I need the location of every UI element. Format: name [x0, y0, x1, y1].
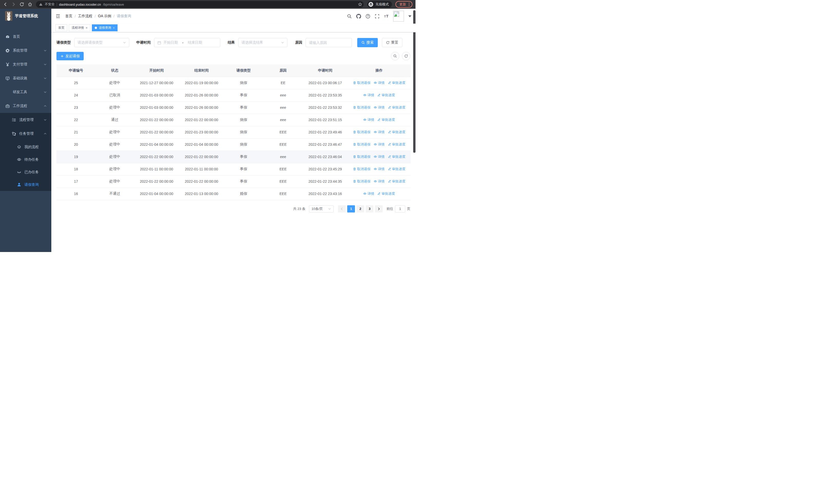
action-detail[interactable]: 详情	[374, 142, 385, 147]
action-approval-progress[interactable]: 审批进度	[377, 93, 395, 97]
eye-icon	[363, 192, 367, 195]
action-approval-progress[interactable]: 审批进度	[377, 191, 395, 196]
sidebar-item-todo-tasks[interactable]: 待办任务	[0, 153, 51, 166]
action-detail[interactable]: 详情	[374, 154, 385, 159]
action-approval-progress[interactable]: 审批进度	[388, 105, 405, 110]
refresh-button[interactable]	[402, 52, 410, 60]
fullscreen-icon[interactable]	[375, 14, 379, 19]
tab-process-detail[interactable]: 流程详情×	[69, 24, 90, 31]
action-detail[interactable]: 详情	[374, 130, 385, 135]
next-page-button[interactable]	[375, 205, 383, 212]
page-button-3[interactable]: 3	[366, 205, 373, 212]
breadcrumb-item: 请假查询	[117, 14, 131, 19]
action-cancel-leave[interactable]: 取消请假	[353, 81, 371, 85]
sidebar-item-my-process[interactable]: 我的流程	[0, 141, 51, 153]
action-approval-progress[interactable]: 审批进度	[388, 179, 405, 184]
eye-icon	[374, 167, 377, 171]
sidebar-item-infra[interactable]: 基础设施	[0, 71, 51, 85]
chevron-down-icon	[44, 118, 47, 121]
action-detail[interactable]: 详情	[363, 93, 374, 97]
action-cancel-leave[interactable]: 取消请假	[353, 154, 371, 159]
browser-menu-icon[interactable]	[408, 2, 409, 6]
leave-type-select[interactable]: 请选择请假类型	[74, 38, 130, 47]
bookmark-star-icon[interactable]	[358, 2, 362, 6]
action-approval-progress[interactable]: 审批进度	[388, 167, 405, 171]
home-icon[interactable]	[28, 2, 32, 7]
action-detail[interactable]: 详情	[374, 81, 385, 85]
action-cancel-leave[interactable]: 取消请假	[353, 142, 371, 147]
tab-leave-query[interactable]: 请假查询×	[92, 24, 118, 31]
breadcrumb-item[interactable]: 首页	[65, 14, 73, 19]
action-detail[interactable]: 详情	[363, 118, 374, 122]
action-approval-progress[interactable]: 审批进度	[388, 142, 405, 147]
avatar-caret-icon[interactable]	[408, 15, 411, 17]
github-icon[interactable]	[356, 14, 361, 19]
table-cell: 23	[56, 101, 95, 114]
action-cancel-leave[interactable]: 取消请假	[353, 179, 371, 184]
action-detail[interactable]: 详情	[374, 179, 385, 184]
table-cell: 2022-01-22 00:00:00	[179, 114, 224, 126]
sidebar-item-done-tasks[interactable]: 已办任务	[0, 166, 51, 178]
sidebar-item-devtools[interactable]: 研发工具	[0, 85, 51, 99]
action-detail[interactable]: 详情	[363, 191, 374, 196]
table-cell: 2022-01-04 00:00:00	[134, 187, 179, 200]
action-detail[interactable]: 详情	[374, 105, 385, 110]
page-button-1[interactable]: 1	[347, 205, 355, 212]
page-button-2[interactable]: 2	[356, 205, 364, 212]
table-cell: 2022-01-22 00:00:00	[134, 126, 179, 138]
apply-time-range-picker[interactable]: 开始日期 - 结束日期	[154, 38, 220, 47]
table-cell: 2022-01-11 00:00:00	[179, 163, 224, 175]
help-icon[interactable]: ?	[366, 14, 370, 19]
sidebar-item-process-mgmt[interactable]: 流程管理	[0, 113, 51, 127]
column-header: 原因	[263, 64, 303, 77]
address-bar[interactable]: 不安全 dashboard.yudao.iocoder.cn/bpm/oa/le…	[36, 1, 364, 8]
create-leave-button[interactable]: 发起请假	[56, 52, 84, 60]
breadcrumb-item[interactable]: OA 示例	[98, 14, 111, 19]
action-approval-progress[interactable]: 审批进度	[388, 81, 405, 85]
action-approval-progress[interactable]: 审批进度	[388, 154, 405, 159]
toggle-search-button[interactable]	[391, 52, 399, 60]
font-size-icon[interactable]: TT	[384, 14, 389, 19]
browser-update-button[interactable]: 更新	[396, 1, 412, 8]
filter-form: 请假类型 请选择请假类型 申请时间 开始日期 - 结束日期 结果 请选择流结果	[56, 38, 410, 47]
page-size-select[interactable]: 10条/页	[309, 205, 334, 212]
action-detail[interactable]: 详情	[374, 167, 385, 171]
sidebar-item-system[interactable]: 系统管理	[0, 43, 51, 58]
eye-icon	[374, 81, 377, 84]
pencil-icon	[388, 81, 391, 84]
breadcrumb-item[interactable]: 工作流程	[78, 14, 92, 19]
tab-home[interactable]: 首页	[55, 24, 67, 31]
close-icon[interactable]: ×	[113, 26, 115, 30]
reload-icon[interactable]	[20, 2, 24, 7]
search-button[interactable]: 搜索	[357, 38, 378, 47]
page-content: 请假类型 请选择请假类型 申请时间 开始日期 - 结束日期 结果 请选择流结果	[51, 32, 416, 252]
table-cell: EEE	[263, 187, 303, 200]
back-icon[interactable]	[3, 2, 8, 7]
result-select[interactable]: 请选择流结果	[238, 38, 287, 47]
action-approval-progress[interactable]: 审批进度	[388, 130, 405, 135]
sidebar-item-workflow[interactable]: 工作流程	[0, 99, 51, 113]
action-cancel-leave[interactable]: 取消请假	[353, 105, 371, 110]
app-logo[interactable]: 芋道管理系统	[0, 9, 51, 23]
action-cancel-leave[interactable]: 取消请假	[353, 130, 371, 135]
search-icon[interactable]	[347, 14, 352, 19]
table-cell: 2022-01-22 00:00:00	[179, 175, 224, 187]
result-label: 结果	[228, 40, 235, 45]
sidebar-item-home[interactable]: 首页	[0, 30, 51, 43]
action-cancel-leave[interactable]: 取消请假	[353, 167, 371, 171]
goto-page-input[interactable]	[395, 205, 405, 212]
sidebar-item-payment[interactable]: 支付管理	[0, 58, 51, 71]
chevron-down-icon	[44, 77, 47, 80]
avatar[interactable]	[393, 11, 404, 22]
sidebar-collapse-icon[interactable]	[55, 13, 61, 19]
prev-page-button[interactable]	[338, 205, 346, 212]
sidebar-item-task-mgmt[interactable]: 任务管理	[0, 127, 51, 141]
column-header: 操作	[347, 64, 411, 77]
action-approval-progress[interactable]: 审批进度	[377, 118, 395, 122]
yen-icon	[5, 62, 10, 67]
reset-button[interactable]: 重置	[382, 38, 402, 47]
close-icon[interactable]: ×	[86, 26, 87, 30]
sidebar-item-leave-query[interactable]: 请假查询	[0, 178, 51, 191]
reason-input[interactable]	[306, 38, 352, 47]
forward-icon[interactable]	[11, 2, 16, 7]
